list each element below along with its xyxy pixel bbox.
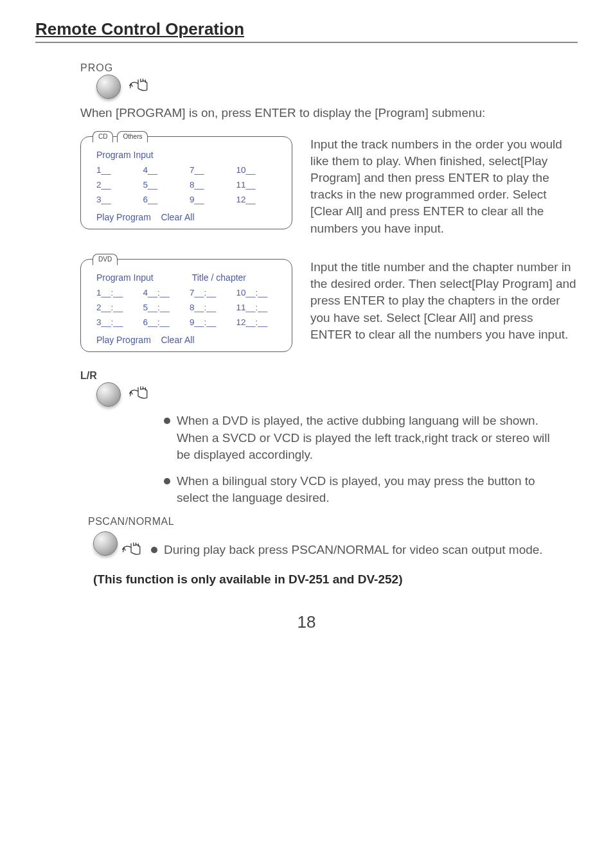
bullet-dot-icon: [151, 547, 157, 553]
cd-cell: 9__: [190, 195, 236, 204]
pointer-icon: [121, 538, 147, 563]
cd-cell: 5__: [143, 180, 190, 190]
cd-grid: 1__ 4__ 7__ 10__ 2__ 5__ 8__ 11__ 3__ 6_…: [96, 165, 283, 204]
bullet-dot-icon: [164, 478, 170, 484]
cd-program-panel: CD Others Program Input 1__ 4__ 7__ 10__…: [80, 136, 292, 229]
cd-cell: 12__: [236, 195, 283, 204]
tab-dvd: DVD: [93, 254, 118, 265]
dvd-cell: 1__:__: [96, 288, 143, 297]
pointer-icon: [129, 382, 154, 407]
pointer-icon: [129, 74, 154, 100]
tab-others: Others: [117, 131, 148, 143]
dvd-cell: 9__:__: [190, 317, 236, 327]
cd-row: CD Others Program Input 1__ 4__ 7__ 10__…: [80, 136, 578, 237]
cd-play-program: Play Program: [96, 212, 151, 222]
list-item: When a bilingual story VCD is played, yo…: [164, 473, 558, 507]
list-item: When a DVD is played, the active dubbing…: [164, 412, 558, 464]
lr-label: L/R: [80, 370, 578, 382]
cd-cell: 4__: [143, 165, 190, 175]
prog-label: PROG: [80, 62, 578, 74]
tab-cd: CD: [93, 131, 113, 143]
bullet-dot-icon: [164, 418, 170, 424]
dvd-head2: Title / chapter: [192, 272, 246, 283]
cd-cell: 10__: [236, 165, 283, 175]
lr-bullet-1: When a DVD is played, the active dubbing…: [177, 412, 558, 464]
cd-cell: 7__: [190, 165, 236, 175]
prog-button[interactable]: [96, 75, 121, 99]
prog-intro-text: When [PROGRAM] is on, press ENTER to dis…: [80, 105, 565, 122]
prog-button-row: [96, 74, 578, 100]
dvd-cell: 8__:__: [190, 303, 236, 312]
cd-cell: 8__: [190, 180, 236, 190]
cd-cell: 2__: [96, 180, 143, 190]
dvd-play-program: Play Program: [96, 335, 151, 345]
dvd-cell: 12__:__: [236, 317, 283, 327]
lr-bullets: When a DVD is played, the active dubbing…: [164, 412, 558, 507]
dvd-cell: 7__:__: [190, 288, 236, 297]
title-rule: [35, 42, 578, 43]
dvd-grid: 1__:__ 4__:__ 7__:__ 10__:__ 2__:__ 5__:…: [96, 288, 283, 327]
dvd-cell: 11__:__: [236, 303, 283, 312]
lr-button-row: [96, 382, 578, 407]
dvd-head1: Program Input: [96, 272, 154, 283]
dvd-cell: 4__:__: [143, 288, 190, 297]
cd-head: Program Input: [96, 150, 154, 160]
cd-desc: Input the track numbers in the order you…: [310, 136, 578, 237]
pscan-text: During play back press PSCAN/NORMAL for …: [164, 542, 543, 559]
cd-clear-all: Clear All: [161, 212, 194, 222]
cd-cell: 1__: [96, 165, 143, 175]
dvd-clear-all: Clear All: [161, 335, 194, 345]
pscan-row: During play back press PSCAN/NORMAL for …: [93, 531, 578, 563]
cd-cell: 3__: [96, 195, 143, 204]
dvd-cell: 3__:__: [96, 317, 143, 327]
dvd-cell: 5__:__: [143, 303, 190, 312]
pscan-button[interactable]: [93, 531, 118, 556]
page-title: Remote Control Operation: [35, 19, 578, 39]
dvd-cell: 10__:__: [236, 288, 283, 297]
page-number: 18: [35, 612, 578, 632]
lr-button[interactable]: [96, 382, 121, 407]
dvd-program-panel: DVD Program Input Title / chapter 1__:__…: [80, 259, 292, 352]
dvd-row: DVD Program Input Title / chapter 1__:__…: [80, 259, 578, 352]
cd-cell: 6__: [143, 195, 190, 204]
dvd-cell: 2__:__: [96, 303, 143, 312]
dvd-desc: Input the title number and the chapter n…: [310, 259, 578, 343]
pscan-label: PSCAN/NORMAL: [88, 516, 578, 527]
cd-cell: 11__: [236, 180, 283, 190]
dvd-cell: 6__:__: [143, 317, 190, 327]
lr-bullet-2: When a bilingual story VCD is played, yo…: [177, 473, 558, 507]
availability-note: (This function is only available in DV-2…: [93, 572, 578, 587]
